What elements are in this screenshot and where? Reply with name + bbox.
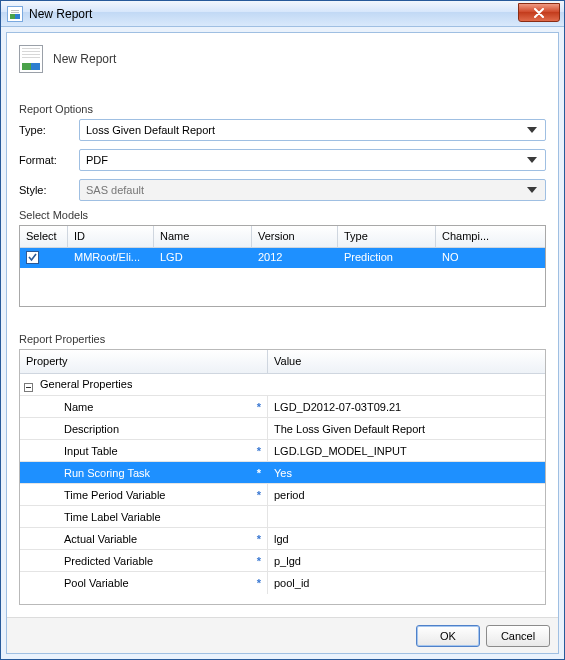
banner-title: New Report	[53, 52, 116, 66]
prop-name: Time Period Variable	[20, 489, 166, 501]
format-combo-value: PDF	[86, 154, 523, 166]
app-icon	[7, 6, 23, 22]
style-combo-value: SAS default	[86, 184, 523, 196]
required-icon: *	[257, 533, 261, 545]
table-row[interactable]: MMRoot/Eli... LGD 2012 Prediction NO	[20, 248, 545, 268]
prop-name: Description	[20, 423, 119, 435]
cancel-button-label: Cancel	[501, 630, 535, 642]
format-label: Format:	[19, 154, 79, 166]
required-icon: *	[257, 467, 261, 479]
col-version[interactable]: Version	[252, 226, 338, 248]
close-icon	[533, 8, 545, 18]
format-combo[interactable]: PDF	[79, 149, 546, 171]
row-type: Prediction	[338, 248, 436, 268]
report-options: Type: Loss Given Default Report Format: …	[19, 119, 546, 201]
prop-name: Run Scoring Task	[20, 467, 150, 479]
properties-body: General Properties Name* LGD_D2012-07-03…	[20, 374, 545, 604]
prop-row[interactable]: Time Label Variable	[20, 506, 545, 528]
prop-name: Input Table	[20, 445, 118, 457]
prop-value[interactable]	[268, 506, 545, 527]
type-combo[interactable]: Loss Given Default Report	[79, 119, 546, 141]
chevron-down-icon	[523, 121, 541, 139]
title-bar: New Report	[1, 1, 564, 27]
prop-row[interactable]: Input Table* LGD.LGD_MODEL_INPUT	[20, 440, 545, 462]
required-icon: *	[257, 555, 261, 567]
content-area: New Report Report Options Type: Loss Giv…	[7, 33, 558, 617]
prop-value[interactable]: p_lgd	[268, 550, 545, 571]
prop-row[interactable]: Predicted Variable* p_lgd	[20, 550, 545, 572]
col-property[interactable]: Property	[20, 350, 268, 374]
prop-value[interactable]: pool_id	[268, 572, 545, 594]
prop-row[interactable]: Time Period Variable* period	[20, 484, 545, 506]
prop-row[interactable]: Name* LGD_D2012-07-03T09.21	[20, 396, 545, 418]
collapse-icon[interactable]	[24, 383, 33, 392]
row-id: MMRoot/Eli...	[68, 248, 154, 268]
col-id[interactable]: ID	[68, 226, 154, 248]
report-icon	[19, 45, 43, 73]
prop-name: Predicted Variable	[20, 555, 153, 567]
prop-row[interactable]: Run Scoring Task* Yes	[20, 462, 545, 484]
row-version: 2012	[252, 248, 338, 268]
prop-name: Time Label Variable	[20, 511, 161, 523]
col-name[interactable]: Name	[154, 226, 252, 248]
type-combo-value: Loss Given Default Report	[86, 124, 523, 136]
prop-value[interactable]: period	[268, 484, 545, 505]
col-champion[interactable]: Champi...	[436, 226, 545, 248]
svg-rect-3	[11, 10, 19, 11]
prop-name: Name	[20, 401, 93, 413]
models-table-body: MMRoot/Eli... LGD 2012 Prediction NO	[20, 248, 545, 306]
chevron-down-icon	[523, 151, 541, 169]
style-label: Style:	[19, 184, 79, 196]
report-options-label: Report Options	[19, 103, 546, 115]
prop-row[interactable]: Description The Loss Given Default Repor…	[20, 418, 545, 440]
properties-grid: Property Value General Properties	[19, 349, 546, 605]
required-icon: *	[257, 577, 261, 589]
required-icon: *	[257, 401, 261, 413]
col-select[interactable]: Select	[20, 226, 68, 248]
prop-value[interactable]: LGD_D2012-07-03T09.21	[268, 396, 545, 417]
models-table: Select ID Name Version Type Champi...	[19, 225, 546, 307]
window-title: New Report	[29, 7, 92, 21]
ok-button-label: OK	[440, 630, 456, 642]
prop-value[interactable]: Yes	[268, 462, 545, 483]
row-select-cell[interactable]	[20, 248, 68, 268]
properties-header: Property Value	[20, 350, 545, 374]
row-name: LGD	[154, 248, 252, 268]
report-properties: Report Properties Property Value General…	[19, 325, 546, 605]
prop-value[interactable]: The Loss Given Default Report	[268, 418, 545, 439]
ok-button[interactable]: OK	[416, 625, 480, 647]
style-combo[interactable]: SAS default	[79, 179, 546, 201]
client-area: New Report Report Options Type: Loss Giv…	[6, 32, 559, 654]
prop-value[interactable]: lgd	[268, 528, 545, 549]
report-properties-label: Report Properties	[19, 333, 546, 345]
row-champion: NO	[436, 248, 545, 268]
svg-rect-2	[15, 14, 20, 19]
cancel-button[interactable]: Cancel	[486, 625, 550, 647]
banner: New Report	[19, 45, 546, 95]
close-button[interactable]	[518, 3, 560, 22]
prop-name: Actual Variable	[20, 533, 137, 545]
required-icon: *	[257, 489, 261, 501]
dialog-window: New Report New Report Report Options Typ…	[0, 0, 565, 660]
chevron-down-icon	[523, 181, 541, 199]
group-general[interactable]: General Properties	[20, 374, 545, 396]
prop-row[interactable]: Pool Variable* pool_id	[20, 572, 545, 594]
col-type[interactable]: Type	[338, 226, 436, 248]
type-label: Type:	[19, 124, 79, 136]
prop-row[interactable]: Actual Variable* lgd	[20, 528, 545, 550]
group-label: General Properties	[40, 378, 132, 390]
prop-name: Pool Variable	[20, 577, 129, 589]
col-value[interactable]: Value	[268, 350, 545, 374]
svg-rect-4	[11, 12, 19, 13]
models-table-header: Select ID Name Version Type Champi...	[20, 226, 545, 248]
checkbox-icon[interactable]	[26, 251, 39, 264]
prop-value[interactable]: LGD.LGD_MODEL_INPUT	[268, 440, 545, 461]
svg-rect-1	[10, 14, 15, 19]
button-bar: OK Cancel	[7, 617, 558, 653]
select-models-label: Select Models	[19, 209, 546, 221]
required-icon: *	[257, 445, 261, 457]
